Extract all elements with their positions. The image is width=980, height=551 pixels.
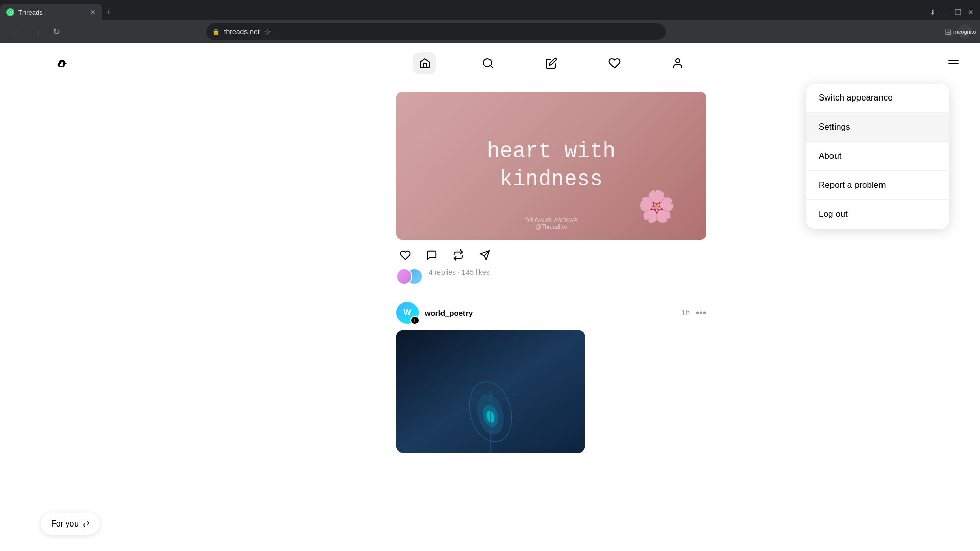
tab-bar: Threads ✕ + ⬇ — ❐ ✕ [0, 0, 980, 20]
svg-point-3 [676, 59, 680, 63]
browser-chrome: Threads ✕ + ⬇ — ❐ ✕ ← → ↻ 🔒 threads.net … [0, 0, 980, 43]
replier-avatar-1 [396, 268, 412, 285]
post-1: heart withkindness 🌸 DR GAURI ASOKAR @Th… [396, 84, 706, 293]
post-2-header: W + world_poetry 1h ••• [396, 302, 706, 324]
incognito-label: Incognito [953, 29, 976, 35]
post-2-options[interactable]: ••• [696, 307, 706, 319]
search-nav-button[interactable] [477, 52, 499, 74]
post-image-1: heart withkindness 🌸 DR GAURI ASOKAR @Th… [396, 92, 706, 240]
new-tab-button[interactable]: + [102, 7, 116, 18]
profile-nav-button[interactable] [667, 52, 689, 74]
for-you-button[interactable]: For you ⇄ [41, 513, 100, 535]
post-2-avatar-container: W + [396, 302, 419, 324]
close-button[interactable]: ✕ [966, 6, 976, 18]
refresh-icon: ⇄ [83, 519, 89, 529]
post-2-image-placeholder [396, 330, 585, 453]
top-nav [122, 43, 980, 84]
tab-close-button[interactable]: ✕ [90, 8, 96, 16]
bottom-bar: For you ⇄ [41, 513, 100, 535]
forward-button[interactable]: → [29, 24, 43, 39]
bookmark-icon[interactable]: ☆ [264, 27, 271, 37]
active-tab[interactable]: Threads ✕ [0, 4, 102, 20]
post-actions [396, 246, 706, 264]
sidebar [0, 43, 122, 551]
url-box[interactable]: 🔒 threads.net ☆ [206, 23, 666, 40]
reload-button[interactable]: ↻ [49, 24, 63, 39]
post-stats-text: 4 replies · 145 likes [429, 268, 490, 285]
threads-logo[interactable] [49, 51, 74, 76]
like-button[interactable] [396, 246, 414, 264]
maximize-button[interactable]: ❐ [953, 6, 964, 18]
profile-button[interactable]: Incognito [958, 24, 972, 39]
follow-button[interactable]: + [410, 316, 420, 325]
flower-decoration: 🌸 [638, 188, 676, 224]
settings-item[interactable]: Settings [806, 113, 949, 142]
svg-line-2 [491, 66, 493, 68]
post-2-username[interactable]: world_poetry [425, 309, 675, 317]
for-you-label: For you [51, 519, 79, 529]
repost-button[interactable] [449, 246, 468, 264]
toolbar-right: ⊞ Incognito [945, 24, 972, 39]
post-stats: 4 replies · 145 likes [396, 268, 706, 285]
tab-favicon [6, 8, 14, 16]
share-button[interactable] [476, 246, 494, 264]
post-2-background [396, 330, 585, 453]
report-problem-item[interactable]: Report a problem [806, 171, 949, 200]
switch-appearance-item[interactable]: Switch appearance [806, 84, 949, 113]
post-2-image [396, 330, 706, 453]
compose-nav-button[interactable] [540, 52, 562, 74]
comment-button[interactable] [423, 246, 441, 264]
post-image-placeholder: heart withkindness 🌸 DR GAURI ASOKAR @Th… [396, 92, 706, 240]
tab-title: Threads [18, 9, 86, 16]
url-text: threads.net [224, 28, 260, 36]
extensions-icon[interactable]: ⊞ [945, 27, 951, 37]
app-container: heart withkindness 🌸 DR GAURI ASOKAR @Th… [0, 43, 980, 551]
post-2: W + world_poetry 1h ••• [396, 293, 706, 467]
home-nav-button[interactable] [413, 52, 436, 74]
feed: heart withkindness 🌸 DR GAURI ASOKAR @Th… [388, 84, 715, 551]
image-overlay: heart withkindness 🌸 DR GAURI ASOKAR @Th… [396, 92, 706, 240]
back-button[interactable]: ← [8, 24, 22, 39]
post-2-time: 1h [681, 309, 690, 317]
menu-button[interactable] [943, 53, 964, 73]
about-item[interactable]: About [806, 142, 949, 171]
address-bar: ← → ↻ 🔒 threads.net ☆ ⊞ Incognito [0, 20, 980, 43]
activity-nav-button[interactable] [603, 52, 626, 74]
poem-text: heart withkindness [487, 138, 616, 193]
dropdown-menu: Switch appearance Settings About Report … [806, 84, 949, 229]
lock-icon: 🔒 [212, 28, 220, 35]
minimize-button[interactable]: — [940, 6, 951, 18]
watermark: DR GAURI ASOKAR @Threadfire [525, 217, 577, 230]
replier-avatars [396, 268, 423, 285]
downloads-icon[interactable]: ⬇ [927, 6, 938, 18]
log-out-item[interactable]: Log out [806, 200, 949, 229]
window-controls: ⬇ — ❐ ✕ [927, 6, 980, 18]
post-2-meta: world_poetry [425, 309, 675, 317]
